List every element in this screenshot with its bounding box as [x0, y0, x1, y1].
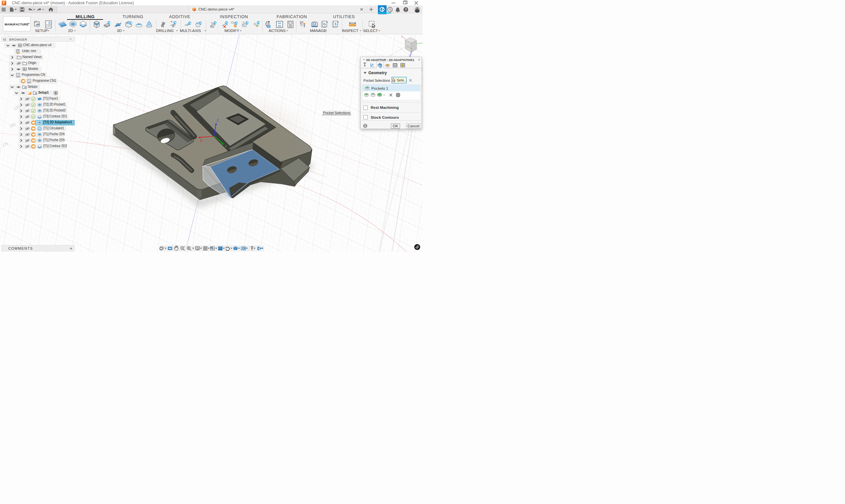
- svg-text:G2: G2: [278, 24, 281, 28]
- svg-text:S: S: [334, 22, 337, 26]
- svg-text:G: G: [29, 79, 30, 81]
- svg-text:?: ?: [405, 7, 407, 12]
- svg-text:Y: Y: [225, 145, 227, 148]
- svg-text:X: X: [200, 139, 203, 143]
- svg-text:G: G: [323, 22, 326, 26]
- svg-text:G: G: [17, 73, 19, 75]
- svg-text:G: G: [48, 21, 51, 24]
- svg-text:X: X: [401, 35, 403, 38]
- svg-text:Z: Z: [216, 119, 219, 122]
